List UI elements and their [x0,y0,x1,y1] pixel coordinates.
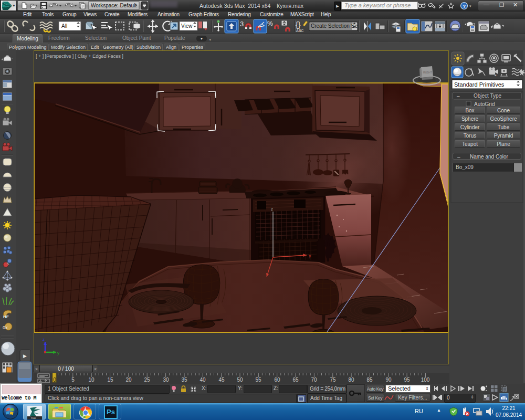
svg-text:View: View [181,23,193,29]
svg-text:?: ? [463,4,466,9]
svg-text:Create Selection Se: Create Selection Se [311,23,358,29]
svg-text:ABC: ABC [296,29,303,33]
svg-text:All: All [61,23,67,29]
svg-text:▶: ▶ [23,353,27,359]
svg-text:max: max [31,416,36,419]
svg-text:HF: HF [3,314,9,319]
svg-text:Workspace: Default: Workspace: Default [91,3,136,8]
svg-text:z: z [43,337,45,342]
svg-text:%: % [267,20,273,27]
svg-text:3: 3 [240,20,244,28]
svg-text:{}: {} [296,20,301,29]
svg-text:▾: ▾ [469,4,471,8]
svg-text:z: z [271,207,273,212]
svg-text:RIGHT: RIGHT [423,71,433,74]
svg-text:y: y [57,351,59,355]
svg-text:y: y [309,253,311,258]
svg-text:0x: 0x [3,325,8,330]
